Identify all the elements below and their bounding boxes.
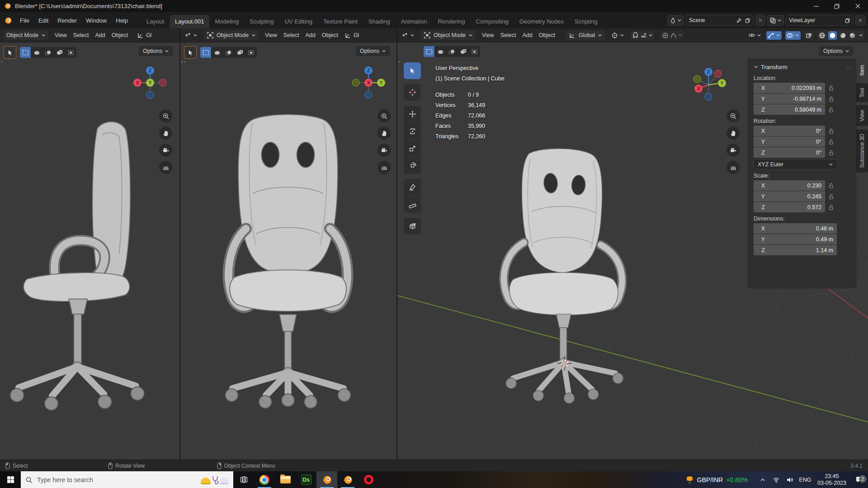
- mode-dropdown[interactable]: Object Mode: [4, 31, 48, 40]
- navigation-gizmo[interactable]: Z X Y: [692, 66, 727, 101]
- add-menu[interactable]: Add: [523, 32, 533, 38]
- zoom-button[interactable]: [726, 109, 740, 122]
- shading-rendered-icon[interactable]: [849, 32, 856, 39]
- select-mode-intersect[interactable]: [245, 47, 257, 58]
- snap-settings-icon[interactable]: [640, 32, 647, 39]
- blender-app-icon[interactable]: [337, 471, 358, 488]
- ortho-toggle-button[interactable]: [726, 161, 740, 174]
- shading-wireframe-icon[interactable]: [819, 32, 826, 39]
- rotation-z-field[interactable]: Z0°: [754, 147, 825, 158]
- blender-app-menu-icon[interactable]: [4, 16, 12, 25]
- tab-modeling[interactable]: Modeling: [209, 15, 244, 28]
- active-tool-button[interactable]: [4, 46, 16, 59]
- orientation-dropdown[interactable]: Global: [566, 30, 605, 40]
- tool-scale[interactable]: [404, 140, 421, 157]
- pin-icon[interactable]: [736, 18, 742, 23]
- show-visibility-dropdown[interactable]: [747, 31, 763, 39]
- dimensions-x-field[interactable]: X0.46 m: [754, 223, 837, 234]
- chair-perspective-view[interactable]: [470, 110, 655, 440]
- ortho-toggle-button[interactable]: [377, 161, 391, 174]
- search-doodle-icons[interactable]: [201, 475, 229, 484]
- dimensions-z-field[interactable]: Z1.14 m: [754, 245, 837, 255]
- tab-scripting[interactable]: Scripting: [569, 15, 603, 28]
- select-mode-invert[interactable]: [234, 47, 245, 58]
- scene-browse-button[interactable]: [667, 15, 684, 26]
- lock-icon[interactable]: [825, 150, 837, 156]
- remove-viewlayer-button[interactable]: [855, 15, 865, 26]
- scene-selector[interactable]: Scene: [686, 15, 754, 26]
- shading-material-icon[interactable]: [840, 32, 846, 39]
- viewport-perspective-canvas[interactable]: Options: [397, 42, 868, 460]
- navigation-gizmo[interactable]: Z X Y: [132, 65, 168, 100]
- camera-view-button[interactable]: [726, 144, 740, 157]
- wifi-icon[interactable]: [769, 476, 783, 483]
- select-mode-extend[interactable]: [435, 46, 446, 57]
- file-explorer-app-icon[interactable]: [275, 471, 296, 488]
- close-button[interactable]: [847, 0, 868, 12]
- select-menu[interactable]: Select: [283, 32, 299, 38]
- pan-button[interactable]: [726, 127, 740, 140]
- tool-rotate[interactable]: [404, 123, 421, 140]
- tab-texture-paint[interactable]: Texture Paint: [318, 15, 363, 28]
- tab-shading[interactable]: Shading: [363, 15, 396, 28]
- viewlayer-name[interactable]: ViewLayer: [789, 17, 842, 23]
- chair-front-view[interactable]: [204, 111, 372, 422]
- shading-solid-icon[interactable]: [828, 31, 837, 40]
- navigation-gizmo[interactable]: Z X Y: [351, 65, 386, 100]
- tab-rendering[interactable]: Rendering: [432, 15, 470, 28]
- view-menu[interactable]: View: [482, 32, 494, 38]
- editor-type-dropdown[interactable]: [184, 32, 198, 39]
- taskbar-search[interactable]: Type here to search: [21, 471, 233, 488]
- select-mode-extend[interactable]: [212, 47, 223, 58]
- gizmos-toggle[interactable]: [766, 31, 782, 40]
- hidden-icons-chevron[interactable]: [756, 477, 769, 483]
- sidebar-tab-substance3d[interactable]: Substance 3D: [856, 129, 868, 172]
- toolbar-expand-arrow[interactable]: ›: [1, 59, 3, 64]
- lock-icon[interactable]: [825, 96, 837, 102]
- lock-icon[interactable]: [825, 128, 837, 134]
- task-view-button[interactable]: [233, 471, 254, 488]
- rotation-y-field[interactable]: Y0°: [754, 136, 825, 147]
- select-mode-invert[interactable]: [458, 46, 469, 57]
- lock-icon[interactable]: [825, 85, 837, 91]
- sidebar-tab-view[interactable]: View: [856, 105, 868, 126]
- substance-designer-app-icon[interactable]: Ds: [296, 471, 316, 488]
- tool-measure[interactable]: [404, 196, 421, 213]
- tool-annotate[interactable]: [404, 179, 421, 196]
- pan-button[interactable]: [377, 127, 391, 140]
- lock-icon[interactable]: [825, 139, 837, 145]
- tool-cursor[interactable]: [404, 84, 421, 101]
- select-mode-extend[interactable]: [31, 47, 42, 58]
- tool-transform[interactable]: [404, 157, 421, 174]
- active-tool-button[interactable]: [184, 46, 197, 59]
- scene-name[interactable]: Scene: [689, 17, 733, 23]
- mode-dropdown[interactable]: Object Mode: [421, 30, 476, 40]
- tab-animation[interactable]: Animation: [396, 15, 433, 28]
- tab-sculpting[interactable]: Sculpting: [244, 15, 279, 28]
- tab-geometry-nodes[interactable]: Geometry Nodes: [514, 15, 569, 28]
- menu-render[interactable]: Render: [53, 15, 81, 26]
- select-mode-subtract[interactable]: [42, 47, 54, 58]
- blender-app-icon-active[interactable]: [316, 471, 337, 488]
- object-menu[interactable]: Object: [112, 32, 128, 38]
- lock-icon[interactable]: [825, 107, 837, 113]
- xray-toggle[interactable]: [804, 31, 814, 40]
- view-menu[interactable]: View: [55, 32, 67, 38]
- editor-type-dropdown[interactable]: [401, 32, 415, 39]
- rotation-mode-dropdown[interactable]: XYZ Euler: [754, 159, 837, 169]
- chair-side-view[interactable]: [4, 114, 171, 426]
- select-mode-new[interactable]: [424, 46, 435, 57]
- location-y-field[interactable]: Y-0.98714 m: [754, 94, 825, 104]
- select-menu[interactable]: Select: [73, 32, 89, 38]
- scale-y-field[interactable]: Y0.245: [754, 191, 825, 202]
- menu-file[interactable]: File: [16, 15, 33, 26]
- orientation-dropdown[interactable]: Gl: [137, 32, 152, 39]
- view-menu[interactable]: View: [265, 32, 277, 38]
- tool-add-cube[interactable]: [404, 218, 421, 235]
- opera-app-icon[interactable]: [358, 471, 379, 488]
- tab-uv-editing[interactable]: UV Editing: [279, 15, 318, 28]
- options-dropdown[interactable]: Options: [356, 46, 390, 56]
- viewlayer-selector[interactable]: ViewLayer: [786, 15, 854, 26]
- location-x-field[interactable]: X0.022093 m: [754, 83, 825, 93]
- new-viewlayer-icon[interactable]: [844, 18, 850, 23]
